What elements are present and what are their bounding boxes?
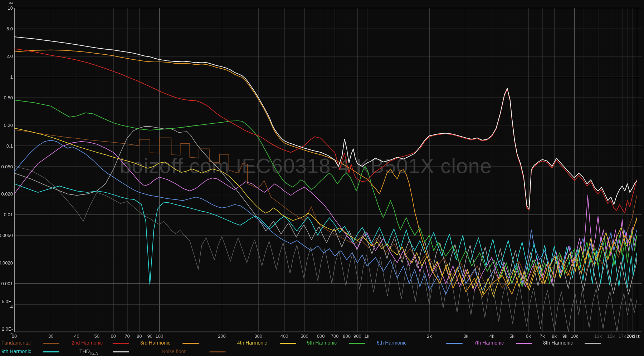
legend-swatch-4th-harmonic: [280, 343, 296, 344]
legend-item-2nd-harmonic: 2nd Harmonic: [72, 340, 103, 346]
legend-swatch-9th-harmonic: [43, 351, 59, 352]
legend-swatch-5th-harmonic: [349, 343, 365, 344]
x-tick-label: 500: [301, 333, 308, 339]
x-tick-label: 200: [218, 333, 226, 339]
x-tick-label: 20: [12, 333, 17, 339]
x-tick-label: 8k: [552, 333, 557, 339]
legend-item-5th-harmonic: 5th Harmonic: [307, 340, 337, 346]
x-tick-label: 70: [125, 333, 130, 339]
x-tick-label: 80: [137, 333, 142, 339]
x-tick-label: 7k: [540, 333, 545, 339]
x-tick-label: 2k: [427, 333, 432, 339]
legend-item-3rd-harmonic: 3rd Harmonic: [140, 340, 170, 346]
x-tick-label: 40: [74, 333, 79, 339]
legend-swatch-noise-floor: [209, 351, 226, 352]
distortion-chart: boizoff.com IEC60318-4 KB501X clone % 10…: [0, 0, 644, 356]
x-tick-label: 30: [48, 333, 53, 339]
x-tick-label: 15k: [607, 333, 615, 339]
x-tick-label: 400: [280, 333, 288, 339]
x-tick-label: 60: [111, 333, 116, 339]
legend-item-9th-harmonic: 9th Harmonic: [1, 348, 31, 354]
legend-row-2: 9th HarmonicTHDH2..9Noise floor: [0, 348, 644, 356]
legend-item-8th-harmonic: 8th Harmonic: [543, 340, 573, 346]
legend-item-noise-floor: Noise floor: [162, 348, 186, 354]
legend-swatch-3rd-harmonic: [182, 343, 199, 344]
legend-item-thd: THDH2..9: [79, 348, 98, 355]
legend-item-7th-harmonic: 7th Harmonic: [474, 340, 504, 346]
x-tick-label: 9k: [562, 333, 567, 339]
legend-swatch-thd: [113, 351, 129, 352]
x-tick-label: 17k: [619, 333, 626, 339]
x-tick-label: 900: [353, 333, 361, 339]
legend-swatch-7th-harmonic: [516, 343, 532, 344]
x-tick-label: 700: [331, 333, 339, 339]
x-tick-label: 6k: [526, 333, 531, 339]
legend-row-1: Fundamental2nd Harmonic3rd Harmonic4th H…: [0, 340, 644, 348]
legend-swatch-8th-harmonic: [585, 343, 601, 344]
x-tick-label: 90: [147, 333, 152, 339]
legend-swatch-fundamental: [43, 343, 59, 344]
x-tick-label: 800: [343, 333, 351, 339]
x-tick-label: 300: [254, 333, 262, 339]
x-tick-label: 20kHz: [626, 333, 640, 339]
x-tick-label: 13k: [594, 333, 602, 339]
legend-item-6th-harmonic: 6th Harmonic: [377, 340, 406, 346]
x-tick-label: 50: [94, 333, 99, 339]
x-tick-label: 1k: [365, 333, 370, 339]
legend-item-4th-harmonic: 4th Harmonic: [237, 340, 267, 346]
x-tick-label: 3k: [463, 333, 468, 339]
legend-swatch-6th-harmonic: [446, 343, 463, 344]
x-axis: 2030405060708090100200300400500600700800…: [0, 0, 644, 343]
legend-swatch-2nd-harmonic: [113, 343, 129, 344]
legend-item-fundamental: Fundamental: [1, 340, 31, 346]
x-tick-label: 100: [156, 333, 164, 339]
x-tick-label: 5k: [509, 333, 514, 339]
x-tick-label: 10k: [571, 333, 578, 339]
x-tick-label: 4k: [489, 333, 494, 339]
x-tick-label: 600: [317, 333, 325, 339]
